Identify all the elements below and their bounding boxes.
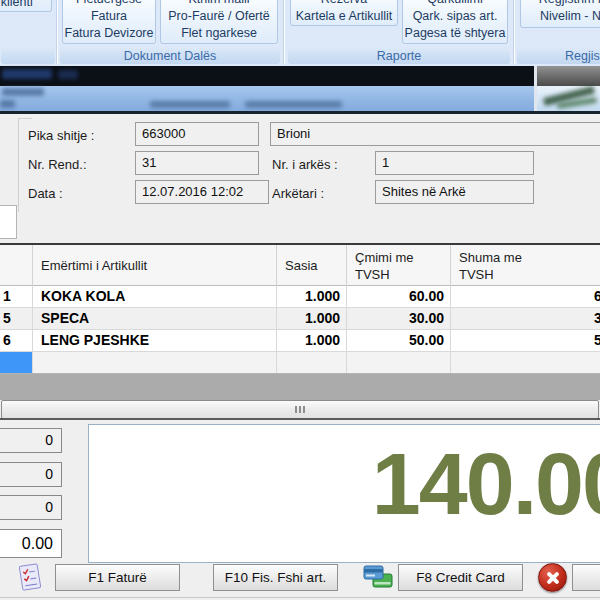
horizontal-splitter[interactable] — [1, 400, 599, 419]
f10-fshi-art-button[interactable]: F10 Fis. Fshi art. — [213, 564, 338, 591]
cell-qty: 1.000 — [277, 308, 347, 329]
f8-credit-card-button[interactable]: F8 Credit Card — [398, 564, 523, 591]
cut-off-button[interactable] — [572, 564, 600, 591]
pika-shitje-name-field[interactable]: Brioni — [270, 122, 600, 146]
header-row-selector — [0, 245, 33, 286]
selected-cell[interactable] — [0, 352, 33, 373]
f1-fature-button[interactable]: F1 Faturë — [55, 564, 180, 591]
grand-total-display: 140.00 — [88, 424, 600, 563]
header-sasia[interactable]: Sasia — [277, 245, 347, 286]
spacer-band — [0, 374, 600, 400]
total-field-3[interactable]: 0 — [0, 495, 62, 520]
ribbon-group-separator — [56, 0, 58, 64]
header-emertimi[interactable]: Emërtimi i Artikullit — [33, 245, 277, 286]
empty-cell — [277, 352, 347, 373]
credit-card-icon[interactable] — [362, 562, 394, 592]
data-field[interactable]: 12.07.2016 12:02 — [135, 180, 269, 204]
ribbon-group-separator — [283, 0, 285, 64]
ribbon-group-caption-raporte: Raporte — [288, 48, 510, 64]
cell-id: 5 — [0, 308, 33, 329]
cell-total: 60.00 — [451, 286, 600, 307]
blurred-info-text — [0, 100, 15, 108]
title-dark-band — [0, 66, 600, 86]
cell-total: 30.00 — [451, 308, 600, 329]
pika-shitje-label: Pika shitje : — [28, 128, 94, 143]
header-shuma[interactable]: Shuma me TVSH — [451, 245, 600, 286]
cell-name: SPECA — [33, 308, 277, 329]
table-new-row[interactable] — [0, 352, 600, 374]
cell-qty: 1.000 — [277, 286, 347, 307]
cell-price: 50.00 — [347, 330, 451, 351]
ribbon-group-separator — [513, 0, 515, 64]
ribbon-button-kthim-malli[interactable]: Kthim malli Pro-Faurë / Ofertë Flet ngar… — [160, 0, 278, 44]
data-label: Data : — [28, 186, 63, 201]
table-row[interactable]: 6 LENG PJESHKE 1.000 50.00 50.00 — [0, 330, 600, 352]
ribbon-button-qarkullimi[interactable]: Qarkullimi Qark. sipas art. Pagesa të sh… — [402, 0, 508, 44]
ribbon-button-fatura[interactable]: Fletdërgesë Fatura Fatura Devizore — [62, 0, 156, 44]
cell-id: 6 — [0, 330, 33, 351]
cell-total: 50.00 — [451, 330, 600, 351]
ribbon-group-caption-dokument-dales: Dokument Dalës — [60, 48, 280, 64]
nr-rend-field[interactable]: 31 — [135, 151, 259, 175]
band-separator — [534, 66, 537, 111]
ribbon-button-pagesa-nga-klienti[interactable]: ga klienti — [0, 0, 52, 12]
total-field-1[interactable]: 0 — [0, 428, 62, 453]
table-header: Emërtimi i Artikullit Sasia Çmimi me TVS… — [0, 245, 600, 286]
ribbon-button-nivelim[interactable]: Regjistrim Ko Nivelim - Ndr — [520, 0, 600, 28]
nr-arkes-field[interactable]: 1 — [375, 151, 534, 175]
close-icon[interactable] — [538, 563, 567, 592]
ribbon-button-kartela-artikullit[interactable]: Rezerva Kartela e Artikullit — [290, 0, 398, 26]
header-cmimi[interactable]: Çmimi me TVSH — [347, 245, 451, 286]
splitter-grip — [295, 406, 297, 413]
cell-name: KOKA KOLA — [33, 286, 277, 307]
arketari-label: Arkëtari : — [272, 186, 324, 201]
table-row[interactable]: 1 KOKA KOLA 1.000 60.00 60.00 — [0, 286, 600, 308]
blurred-brand-text — [2, 69, 52, 79]
empty-cell — [451, 352, 600, 373]
cut-off-panel — [0, 205, 17, 239]
title-dark-band-right — [537, 66, 600, 86]
blurred-info-text — [2, 88, 44, 96]
groupbox-border — [18, 118, 19, 212]
total-field-4[interactable]: 0.00 — [0, 529, 62, 558]
cell-price: 30.00 — [347, 308, 451, 329]
splitter-grip — [303, 406, 305, 413]
invoice-doc-icon[interactable] — [16, 562, 44, 592]
blurred-brand-text — [58, 70, 78, 79]
blurred-info-text — [150, 101, 230, 108]
ribbon-group-caption-left — [1, 48, 55, 64]
total-field-2[interactable]: 0 — [0, 462, 62, 487]
splitter-shadow — [0, 418, 600, 420]
ribbon-group-caption-regjistrime: Regjistr — [517, 48, 600, 64]
pika-shitje-code-field[interactable]: 663000 — [135, 122, 259, 146]
arketari-field[interactable]: Shites në Arkë — [375, 180, 534, 204]
cell-qty: 1.000 — [277, 330, 347, 351]
groupbox-border — [18, 118, 32, 119]
header-divider — [0, 111, 600, 114]
grand-total-value: 140.00 — [372, 433, 600, 534]
blurred-info-text — [245, 101, 342, 108]
pos-window: ga klienti Fletdërgesë Fatura Fatura Dev… — [0, 0, 600, 600]
splitter-grip — [299, 406, 301, 413]
empty-cell — [33, 352, 277, 373]
cell-name: LENG PJESHKE — [33, 330, 277, 351]
empty-cell — [347, 352, 451, 373]
nr-arkes-label: Nr. i arkës : — [272, 157, 338, 172]
table-row[interactable]: 5 SPECA 1.000 30.00 30.00 — [0, 308, 600, 330]
nr-rend-label: Nr. Rend.: — [28, 157, 87, 172]
footer-divider — [0, 597, 600, 598]
cell-price: 60.00 — [347, 286, 451, 307]
cell-id: 1 — [0, 286, 33, 307]
